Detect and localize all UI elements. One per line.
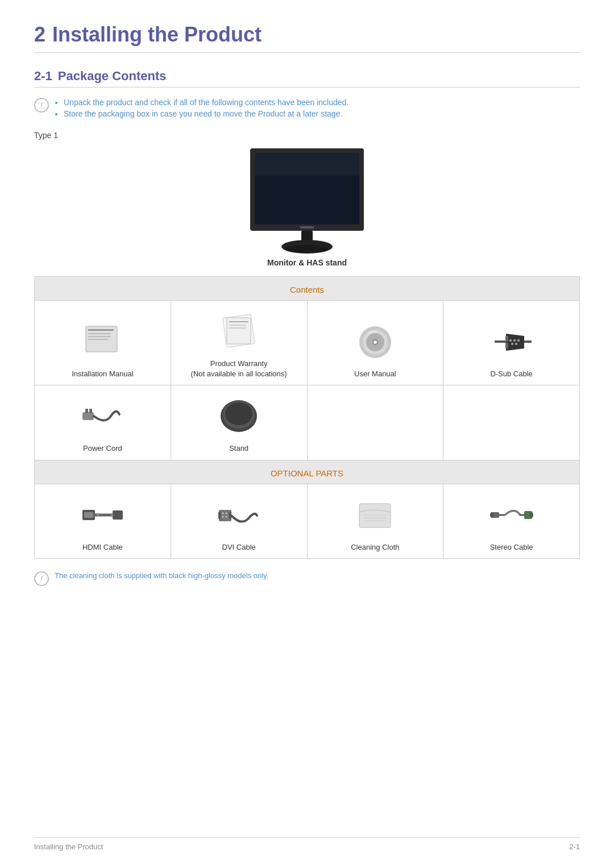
section-num: 2-1 [34, 69, 52, 83]
section-title: 2-1Package Contents [34, 69, 580, 88]
svg-rect-11 [88, 329, 114, 331]
svg-point-40 [225, 402, 252, 425]
svg-rect-52 [218, 512, 221, 519]
user-manual-icon [312, 319, 439, 364]
cloth-svg [352, 495, 398, 535]
svg-rect-44 [113, 510, 123, 520]
optional-header: OPTIONAL PARTS [35, 460, 580, 484]
svg-rect-19 [229, 327, 246, 329]
cleaning-cloth-label: Cleaning Cloth [312, 542, 439, 553]
installation-manual-label: Installation Manual [39, 369, 166, 379]
svg-rect-46 [111, 513, 113, 517]
dvi-svg [216, 495, 262, 535]
item-stereo-cable: Stereo Cable [443, 484, 580, 558]
page-footer: Installing the Product 2-1 [34, 837, 580, 851]
svg-point-9 [285, 245, 329, 253]
item-stand: Stand [171, 385, 307, 460]
svg-point-62 [490, 512, 493, 518]
chapter-num: 2 [34, 23, 45, 46]
svg-point-31 [515, 343, 517, 345]
item-dsub-cable: D-Sub Cable [443, 301, 580, 385]
footer-note-section: ! The cleaning cloth is supplied with bl… [34, 571, 580, 586]
empty-cell-2 [443, 385, 580, 460]
contents-row-icons: Installation Manual Product Warranty (No… [35, 301, 580, 385]
svg-point-24 [374, 340, 377, 344]
svg-rect-17 [229, 321, 248, 322]
svg-point-50 [222, 516, 224, 517]
svg-rect-33 [505, 336, 508, 342]
stereo-svg [489, 495, 534, 535]
stand-label: Stand [176, 443, 302, 454]
power-cord-icon [39, 393, 166, 439]
optional-header-row: OPTIONAL PARTS [35, 460, 580, 484]
type-label: Type 1 [34, 131, 580, 140]
svg-point-63 [530, 512, 533, 518]
item-hdmi-cable: HDMI Cable [35, 484, 171, 558]
monitor-illustration [233, 146, 381, 254]
note-list: Unpack the product and check if all of t… [55, 98, 349, 121]
svg-rect-14 [88, 339, 108, 340]
svg-rect-35 [82, 412, 94, 420]
hdmi-svg [80, 495, 125, 535]
svg-rect-54 [359, 504, 391, 528]
dsub-cable-label: D-Sub Cable [448, 369, 575, 379]
installation-manual-icon [39, 319, 166, 364]
item-dvi-cable: DVI Cable [171, 484, 307, 558]
svg-rect-12 [88, 333, 111, 334]
footer-note-icon: ! [34, 571, 49, 586]
dsub-cable-icon [448, 319, 575, 364]
svg-point-28 [513, 339, 516, 342]
empty-cell-1 [307, 385, 443, 460]
optional-row-icons: HDMI Cable [35, 484, 580, 558]
hdmi-cable-label: HDMI Cable [39, 542, 166, 553]
svg-point-27 [509, 339, 512, 342]
svg-point-48 [222, 512, 224, 514]
svg-rect-37 [89, 409, 92, 413]
svg-point-51 [226, 516, 227, 517]
svg-rect-45 [97, 513, 99, 517]
item-user-manual: User Manual [307, 301, 443, 385]
product-warranty-label: Product Warranty (Not available in all l… [176, 359, 302, 379]
item-cleaning-cloth: Cleaning Cloth [307, 484, 443, 558]
svg-rect-36 [85, 409, 88, 413]
svg-rect-42 [84, 512, 93, 518]
svg-rect-6 [300, 226, 314, 229]
note-icon: ! [34, 98, 49, 113]
footer-left: Installing the Product [34, 842, 103, 851]
stand-svg [216, 396, 262, 436]
monitor-container: Monitor & HAS stand [34, 146, 580, 267]
svg-text:!: ! [40, 574, 43, 583]
cd-svg [355, 323, 395, 360]
svg-rect-53 [229, 512, 231, 519]
svg-point-49 [226, 512, 227, 514]
contents-row2-icons: Power Cord Stand [35, 385, 580, 460]
svg-rect-5 [255, 153, 359, 176]
item-power-cord: Power Cord [35, 385, 171, 460]
monitor-caption: Monitor & HAS stand [267, 258, 347, 267]
stand-icon [176, 393, 302, 439]
hdmi-cable-icon [39, 492, 166, 538]
dvi-cable-label: DVI Cable [176, 542, 302, 553]
dvi-cable-icon [176, 492, 302, 538]
footer-right: 2-1 [569, 842, 580, 851]
svg-marker-26 [506, 334, 524, 351]
note-item-1: Unpack the product and check if all of t… [64, 98, 349, 107]
contents-table: Contents Installation Manual [34, 276, 580, 559]
svg-rect-18 [229, 325, 246, 326]
note-item-2: Store the packaging box in case you need… [64, 109, 349, 118]
stereo-cable-label: Stereo Cable [448, 542, 575, 553]
svg-point-29 [517, 339, 520, 342]
product-warranty-icon [176, 309, 302, 354]
footer-note-text: The cleaning cloth is supplied with blac… [55, 571, 268, 580]
cleaning-cloth-icon [312, 492, 439, 538]
svg-rect-13 [88, 336, 111, 337]
user-manual-label: User Manual [312, 369, 439, 379]
svg-rect-34 [505, 343, 508, 348]
power-cord-svg [80, 396, 125, 436]
item-installation-manual: Installation Manual [35, 301, 171, 385]
warranty-svg [219, 313, 259, 350]
contents-header: Contents [35, 277, 580, 301]
svg-point-30 [511, 343, 513, 345]
power-cord-label: Power Cord [39, 443, 166, 454]
item-product-warranty: Product Warranty (Not available in all l… [171, 301, 307, 385]
